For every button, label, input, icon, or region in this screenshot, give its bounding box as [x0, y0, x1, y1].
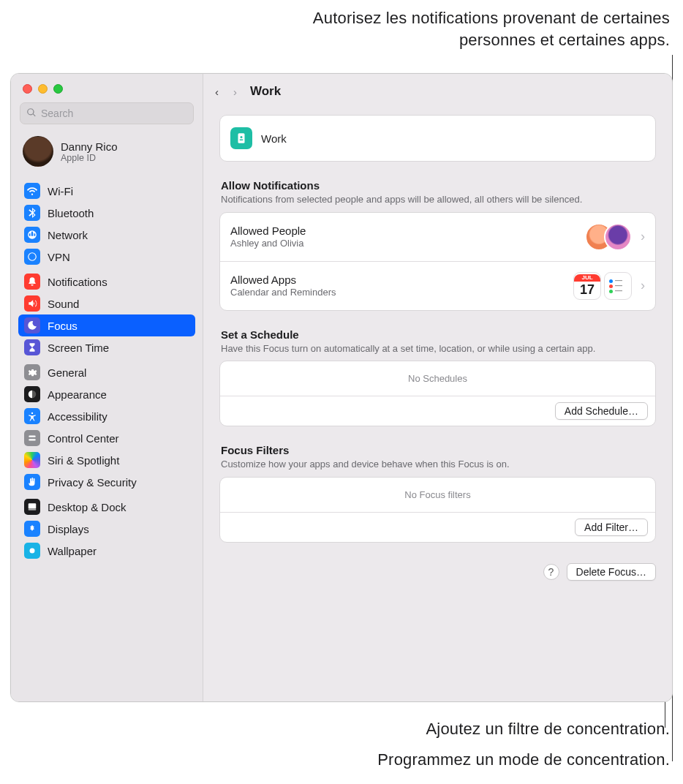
- sidebar-item-label: Wallpaper: [48, 545, 97, 557]
- focus-name: Work: [261, 132, 287, 145]
- sidebar-item-label: Privacy & Security: [48, 476, 137, 489]
- sound-icon: [24, 295, 40, 312]
- sidebar-item-label: Desktop & Dock: [48, 501, 127, 513]
- badge-icon: [230, 127, 252, 149]
- sidebar-item-label: Siri & Spotlight: [48, 454, 119, 467]
- network-icon: [24, 227, 40, 243]
- topbar: ‹ › Work: [203, 74, 672, 109]
- delete-focus-button[interactable]: Delete Focus…: [567, 563, 656, 581]
- bluetooth-icon: [24, 205, 40, 221]
- reminders-app-icon: — — —: [604, 272, 632, 300]
- svg-rect-1: [29, 436, 35, 437]
- chevron-right-icon: ›: [641, 229, 645, 244]
- sidebar-item-displays[interactable]: Displays: [18, 518, 195, 540]
- displays-icon: [24, 521, 40, 537]
- sidebar-item-notifications[interactable]: Notifications: [18, 271, 195, 293]
- sidebar-item-appearance[interactable]: Appearance: [18, 383, 195, 405]
- control-center-icon: [24, 430, 40, 446]
- svg-point-0: [31, 412, 33, 414]
- sidebar-item-siri[interactable]: Siri & Spotlight: [18, 449, 195, 471]
- calendar-app-icon: JUL 17: [573, 272, 601, 300]
- sidebar-item-desktop-dock[interactable]: Desktop & Dock: [18, 496, 195, 518]
- schedule-sub: Have this Focus turn on automatically at…: [221, 342, 654, 355]
- sidebar-item-label: Screen Time: [48, 342, 109, 354]
- sidebar-item-label: Focus: [48, 320, 78, 332]
- filters-sub: Customize how your apps and device behav…: [221, 458, 654, 471]
- sidebar-item-label: Appearance: [48, 388, 107, 401]
- sidebar-item-sound[interactable]: Sound: [18, 293, 195, 314]
- sidebar-item-general[interactable]: General: [18, 361, 195, 383]
- schedule-title: Set a Schedule: [221, 328, 654, 341]
- account-name: Danny Rico: [61, 140, 118, 153]
- svg-rect-4: [29, 508, 37, 510]
- main-panel: ‹ › Work Work Allow Notifications Notifi: [203, 74, 672, 701]
- sidebar-item-label: Wi-Fi: [48, 185, 73, 197]
- sidebar-item-screentime[interactable]: Screen Time: [18, 336, 195, 358]
- sidebar-item-control-center[interactable]: Control Center: [18, 427, 195, 449]
- appearance-icon: [24, 386, 40, 402]
- hourglass-icon: [24, 339, 40, 355]
- nav-back-button[interactable]: ‹: [215, 86, 219, 98]
- vpn-icon: [24, 249, 40, 265]
- allowed-apps-icons: JUL 17 — — —: [573, 272, 632, 300]
- nav-forward-button[interactable]: ›: [233, 86, 237, 98]
- help-button[interactable]: ?: [543, 564, 559, 580]
- sidebar-item-focus[interactable]: Focus: [18, 314, 195, 336]
- sidebar-item-label: Displays: [48, 523, 89, 535]
- callout-add-filter: Ajoutez un filtre de concentration.: [426, 718, 670, 740]
- dock-icon: [24, 499, 40, 515]
- search-icon: [26, 108, 41, 120]
- filters-title: Focus Filters: [221, 444, 654, 456]
- svg-rect-2: [29, 439, 35, 440]
- allowed-apps-title: Allowed Apps: [230, 274, 565, 286]
- sidebar-item-label: General: [48, 366, 86, 379]
- sidebar-item-label: VPN: [48, 251, 70, 263]
- allowed-apps-row[interactable]: Allowed Apps Calendar and Reminders JUL …: [220, 261, 655, 310]
- sidebar-item-accessibility[interactable]: Accessibility: [18, 405, 195, 427]
- allowed-people-title: Allowed People: [230, 225, 576, 237]
- minimize-window-button[interactable]: [38, 84, 48, 94]
- sidebar-item-label: Notifications: [48, 276, 107, 288]
- bell-icon: [24, 274, 40, 290]
- schedule-empty-label: No Schedules: [220, 361, 655, 396]
- allow-notifications-sub: Notifications from selected people and a…: [221, 193, 654, 206]
- filters-empty-label: No Focus filters: [220, 478, 655, 513]
- sidebar: Danny Rico Apple ID Wi-Fi Bluetooth Netw…: [11, 74, 203, 701]
- chevron-right-icon: ›: [641, 278, 645, 293]
- search-input[interactable]: [41, 108, 187, 119]
- svg-point-7: [241, 136, 243, 138]
- add-schedule-button[interactable]: Add Schedule…: [555, 402, 648, 420]
- allow-notifications-title: Allow Notifications: [221, 179, 654, 192]
- avatar: [604, 223, 632, 251]
- gear-icon: [24, 364, 40, 380]
- sidebar-item-privacy[interactable]: Privacy & Security: [18, 471, 195, 493]
- callout-allow-notifications: Autorisez les notifications provenant de…: [260, 7, 670, 50]
- svg-point-5: [30, 549, 35, 554]
- allowed-apps-sub: Calendar and Reminders: [230, 287, 565, 298]
- search-field[interactable]: [20, 102, 194, 124]
- sidebar-item-wifi[interactable]: Wi-Fi: [18, 180, 195, 202]
- sidebar-item-label: Accessibility: [48, 410, 107, 423]
- callout-add-schedule: Programmez un mode de concentration.: [377, 749, 670, 771]
- hand-icon: [24, 474, 40, 490]
- sidebar-item-network[interactable]: Network: [18, 224, 195, 246]
- allowed-people-row[interactable]: Allowed People Ashley and Olivia ›: [220, 213, 655, 261]
- sidebar-item-label: Network: [48, 229, 88, 241]
- accessibility-icon: [24, 408, 40, 424]
- wallpaper-icon: [24, 543, 40, 559]
- zoom-window-button[interactable]: [53, 84, 63, 94]
- close-window-button[interactable]: [23, 84, 32, 94]
- svg-rect-8: [240, 140, 244, 141]
- avatar: [23, 136, 53, 167]
- allowed-people-sub: Ashley and Olivia: [230, 238, 576, 249]
- sidebar-item-wallpaper[interactable]: Wallpaper: [18, 540, 195, 562]
- sidebar-item-bluetooth[interactable]: Bluetooth: [18, 202, 195, 224]
- window-controls: [18, 80, 195, 101]
- account-sub: Apple ID: [61, 153, 118, 163]
- settings-window: Danny Rico Apple ID Wi-Fi Bluetooth Netw…: [10, 73, 673, 702]
- sidebar-item-vpn[interactable]: VPN: [18, 246, 195, 268]
- add-filter-button[interactable]: Add Filter…: [575, 519, 648, 536]
- apple-id-row[interactable]: Danny Rico Apple ID: [18, 132, 195, 177]
- allowed-people-avatars: [585, 223, 632, 251]
- wifi-icon: [24, 183, 40, 199]
